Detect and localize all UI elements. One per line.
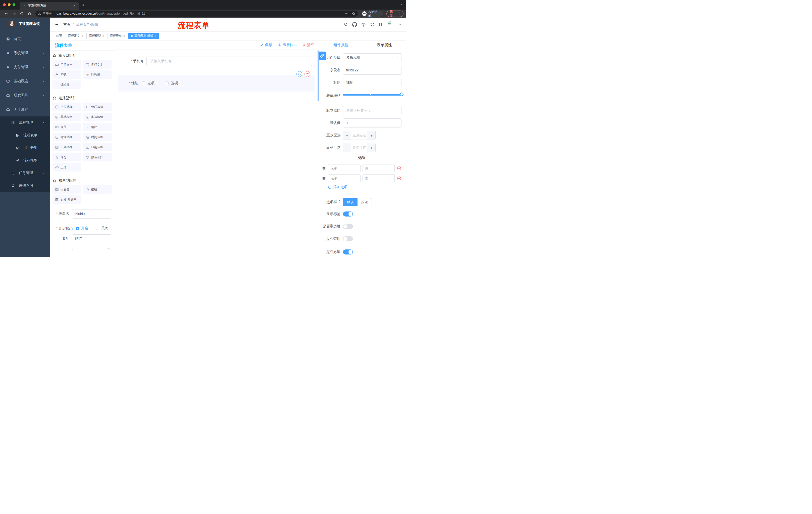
window-controls[interactable] <box>3 3 15 6</box>
search-icon[interactable] <box>344 22 348 27</box>
option-value-input[interactable]: 男 <box>362 164 395 172</box>
not-secure-label[interactable]: 不安全 <box>43 11 52 16</box>
palette-item-time-picker[interactable]: 时间选择 <box>53 133 81 141</box>
tag-close-icon[interactable]: × <box>123 34 125 37</box>
palette-item-date-range[interactable]: 日期范围 <box>83 143 112 152</box>
required-toggle[interactable] <box>343 249 353 254</box>
close-window-button[interactable] <box>3 3 6 6</box>
border-toggle[interactable] <box>343 224 353 229</box>
stepper-plus-button[interactable]: + <box>368 131 375 140</box>
palette-item-switch[interactable]: 开关 <box>53 123 81 131</box>
hamburger-collapse-icon[interactable] <box>54 22 59 27</box>
sidebar-item-infra[interactable]: 基础设施 <box>0 74 50 88</box>
sidebar-item-home[interactable]: 首页 <box>0 32 50 46</box>
avatar-broken-image[interactable] <box>387 20 396 29</box>
url-host[interactable]: dashboard.yudao.iocoder.cn <box>57 12 96 15</box>
form-name-input[interactable]: biubiu <box>72 209 111 218</box>
label-width-input[interactable]: 请输入标签宽度 <box>343 106 402 115</box>
sidebar-item-devtools[interactable]: 研发工具 <box>0 88 50 102</box>
save-button[interactable]: 保存 <box>260 43 272 47</box>
add-option-button[interactable]: 添加选项 <box>328 185 402 189</box>
zoom-window-button[interactable] <box>12 3 15 6</box>
view-json-button[interactable]: 查看json <box>278 43 296 47</box>
radio-off-label[interactable]: 关闭 <box>101 226 108 231</box>
component-type-select[interactable]: 多选框组 <box>343 53 402 62</box>
palette-item-radio-group[interactable]: 单选框组 <box>53 113 81 121</box>
option-label-input[interactable]: 选项二 <box>328 174 360 182</box>
sidebar-item-user-group[interactable]: 用户分组 <box>0 141 50 154</box>
github-icon[interactable] <box>352 22 357 27</box>
stepper-plus-button[interactable]: + <box>368 143 375 152</box>
forward-icon[interactable] <box>12 11 16 16</box>
radio-on[interactable] <box>76 226 79 230</box>
palette-item-upload[interactable]: 上传 <box>53 163 81 171</box>
title-input[interactable]: 性别 <box>343 78 402 87</box>
checkbox[interactable] <box>165 81 169 85</box>
tag-close-icon[interactable]: × <box>102 34 104 37</box>
delete-component-button[interactable] <box>304 71 310 77</box>
back-icon[interactable] <box>4 11 8 16</box>
stepper-minus-button[interactable]: − <box>343 143 351 152</box>
radio-off[interactable] <box>96 226 99 230</box>
sidebar-item-leave-query[interactable]: 请假查询 <box>0 179 50 192</box>
tag-close-icon[interactable]: × <box>155 34 156 37</box>
palette-item-select[interactable]: 下拉选择 <box>53 103 81 111</box>
palette-item-date-picker[interactable]: 日期选择 <box>53 143 81 152</box>
palette-item-editor[interactable]: 编辑器 <box>53 80 81 89</box>
address-bar[interactable]: 不安全 dashboard.yudao.iocoder.cn/bpm/manag… <box>35 10 358 17</box>
checkbox[interactable] <box>142 81 145 85</box>
browser-tab[interactable]: 芋道管理系统 × <box>20 2 79 9</box>
text-size-icon[interactable]: tT <box>379 22 383 27</box>
fullscreen-icon[interactable] <box>370 22 375 27</box>
tag-process-model[interactable]: 流程模型× <box>86 33 106 39</box>
canvas-field-gender-selected[interactable]: 性别 选项一 选项二 <box>118 75 315 91</box>
caret-down-icon[interactable] <box>399 23 402 26</box>
palette-item-checkbox-group[interactable]: 多选框组 <box>83 113 112 121</box>
home-icon[interactable] <box>27 11 32 16</box>
reload-icon[interactable] <box>20 11 24 16</box>
stepper-minus-button[interactable]: − <box>343 131 351 140</box>
palette-item-row-container[interactable]: 行容器 <box>53 185 81 194</box>
form-remark-textarea[interactable]: 嘿嘿 <box>72 234 111 250</box>
stepper-input[interactable]: 最多可选 <box>351 143 368 152</box>
tag-process-definition[interactable]: 流程定义× <box>65 33 85 39</box>
remove-option-button[interactable] <box>397 176 402 181</box>
sidebar-item-process-form[interactable]: 流程表单 <box>0 129 50 141</box>
not-secure-warning-icon[interactable] <box>38 12 41 15</box>
tag-home[interactable]: 首页 <box>54 33 64 39</box>
update-label[interactable]: 更新 <box>390 9 396 18</box>
style-button-button[interactable]: 按钮 <box>357 198 372 206</box>
minimize-window-button[interactable] <box>8 3 10 6</box>
style-default-button[interactable]: 默认 <box>343 198 357 206</box>
palette-item-cascader[interactable]: 级联选择 <box>83 103 112 111</box>
palette-item-single-line-text[interactable]: 单行文本 <box>53 60 81 69</box>
palette-item-counter[interactable]: 123计数器 <box>83 71 112 79</box>
remove-option-button[interactable] <box>397 166 402 171</box>
sidebar-item-process-mgmt[interactable]: 流程管理 <box>0 116 50 129</box>
breadcrumb-home[interactable]: 首页 <box>63 22 70 27</box>
palette-item-password[interactable]: 密码 <box>53 71 81 79</box>
form-grid-slider[interactable] <box>343 90 402 99</box>
bookmark-star-icon[interactable] <box>352 12 355 16</box>
gender-option-1[interactable]: 选项一 <box>142 81 158 85</box>
duplicate-component-button[interactable] <box>296 71 302 77</box>
url-path[interactable]: /bpm/manager/form/edit?formId=11 <box>96 12 145 15</box>
new-tab-button[interactable]: + <box>82 2 85 8</box>
palette-item-time-range[interactable]: 时间范围 <box>83 133 112 141</box>
phone-input[interactable]: 请输入手机号 <box>146 57 312 66</box>
palette-item-button[interactable]: 按钮 <box>83 185 112 194</box>
sidebar-item-process-model[interactable]: 流程模型 <box>0 154 50 167</box>
field-link-button[interactable] <box>319 52 326 60</box>
radio-on-label[interactable]: 开启 <box>81 226 88 231</box>
slider-handle[interactable] <box>400 92 404 96</box>
tab-component-props[interactable]: 组件属性 <box>319 40 363 50</box>
show-label-toggle[interactable] <box>343 212 353 217</box>
tab-close-icon[interactable]: × <box>72 4 76 8</box>
tag-process-form-edit[interactable]: 流程表单-编辑× <box>128 33 158 39</box>
option-label-input[interactable]: 选项一 <box>328 164 360 172</box>
sidebar-item-task-mgmt[interactable]: 任务管理 <box>0 167 50 179</box>
drag-handle-icon[interactable] <box>322 166 326 170</box>
palette-item-rate[interactable]: 评分 <box>53 153 81 161</box>
tag-close-icon[interactable]: × <box>81 34 83 37</box>
drag-handle-icon[interactable] <box>322 176 326 181</box>
